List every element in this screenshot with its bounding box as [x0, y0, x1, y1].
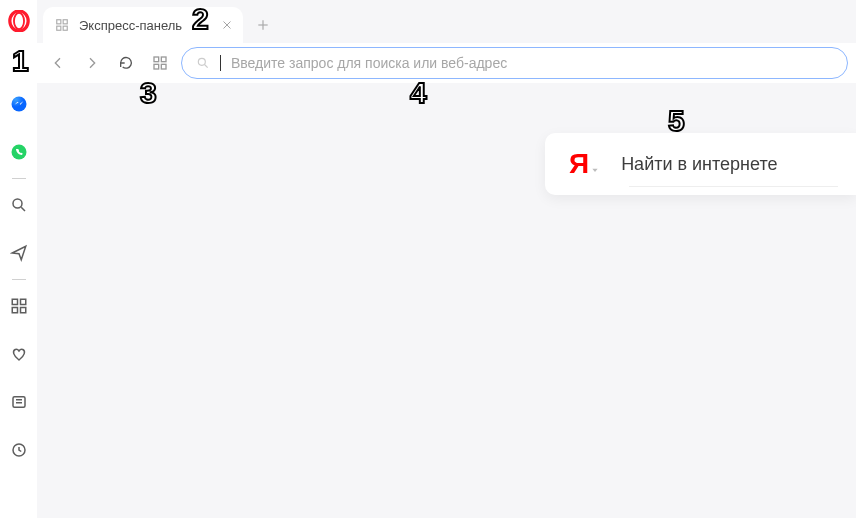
back-button[interactable]: [45, 50, 71, 76]
tab-bar: Экспресс-панель: [37, 0, 856, 43]
svg-rect-6: [12, 299, 17, 304]
speed-dial-toolbar-icon[interactable]: [147, 50, 173, 76]
svg-point-26: [198, 58, 205, 65]
sidebar-divider: [12, 178, 26, 179]
search-underline: [629, 186, 838, 187]
svg-rect-23: [161, 57, 166, 62]
news-icon[interactable]: [9, 392, 29, 412]
address-bar[interactable]: Введите запрос для поиска или веб-адрес: [181, 47, 848, 79]
svg-rect-22: [154, 57, 159, 62]
history-icon[interactable]: [9, 440, 29, 460]
svg-rect-17: [63, 26, 67, 30]
send-icon[interactable]: [9, 243, 29, 263]
text-cursor: [220, 55, 221, 71]
tab-speed-dial[interactable]: Экспресс-панель: [43, 7, 243, 43]
sidebar-divider: [12, 279, 26, 280]
svg-rect-24: [154, 64, 159, 69]
browser-chrome: Экспресс-панель Введите запрос для поис: [37, 0, 856, 518]
svg-rect-15: [63, 20, 67, 24]
yandex-logo-letter: Я: [569, 150, 589, 178]
speed-dial-content: Я Найти в интернете: [37, 83, 856, 518]
svg-marker-28: [592, 169, 597, 172]
svg-rect-7: [20, 299, 25, 304]
new-tab-button[interactable]: [249, 11, 277, 39]
chevron-down-icon[interactable]: [591, 160, 599, 178]
svg-rect-9: [20, 308, 25, 313]
sidebar: [0, 0, 37, 518]
yandex-search-card[interactable]: Я Найти в интернете: [545, 133, 856, 195]
svg-line-5: [21, 207, 25, 211]
search-sidebar-icon[interactable]: [9, 195, 29, 215]
svg-rect-25: [161, 64, 166, 69]
whatsapp-icon[interactable]: [9, 142, 29, 162]
svg-rect-8: [12, 308, 17, 313]
yandex-logo[interactable]: Я: [569, 150, 599, 178]
heart-icon[interactable]: [9, 344, 29, 364]
navigation-toolbar: Введите запрос для поиска или веб-адрес: [37, 43, 856, 83]
svg-line-27: [205, 65, 208, 68]
svg-point-2: [11, 97, 26, 112]
speed-dial-icon: [55, 18, 69, 32]
messenger-icon[interactable]: [9, 94, 29, 114]
svg-rect-16: [57, 26, 61, 30]
svg-point-0: [9, 11, 27, 31]
close-tab-icon[interactable]: [221, 19, 233, 31]
yandex-search-placeholder: Найти в интернете: [621, 154, 777, 175]
search-icon: [196, 56, 210, 70]
opera-logo-icon: [8, 10, 30, 32]
forward-button[interactable]: [79, 50, 105, 76]
reload-button[interactable]: [113, 50, 139, 76]
svg-point-1: [13, 13, 23, 30]
svg-point-4: [13, 199, 22, 208]
svg-rect-14: [57, 20, 61, 24]
speed-dial-icon[interactable]: [9, 296, 29, 316]
tab-title: Экспресс-панель: [79, 18, 182, 33]
address-bar-placeholder: Введите запрос для поиска или веб-адрес: [231, 55, 507, 71]
